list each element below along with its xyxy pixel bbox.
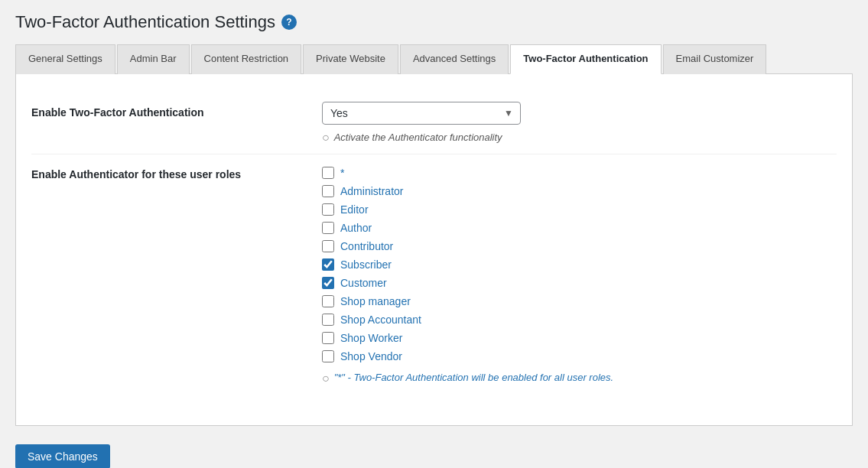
user-roles-row: Enable Authenticator for these user role… bbox=[31, 154, 837, 395]
checkbox-item-shop-worker[interactable]: Shop Worker bbox=[322, 332, 837, 344]
enable-2fa-hint: ○ Activate the Authenticator functionali… bbox=[322, 131, 837, 145]
user-roles-label: Enable Authenticator for these user role… bbox=[31, 164, 322, 180]
checkbox-shop-worker[interactable] bbox=[322, 332, 334, 344]
checkbox-shop-accountant[interactable] bbox=[322, 314, 334, 326]
checkbox-label-subscriber[interactable]: Subscriber bbox=[340, 258, 392, 271]
tab-content-restriction[interactable]: Content Restriction bbox=[191, 44, 302, 74]
checkbox-label-administrator[interactable]: Administrator bbox=[340, 185, 403, 197]
note-bullet: ○ bbox=[322, 372, 330, 385]
checkbox-administrator[interactable] bbox=[322, 185, 334, 197]
checkbox-label-shop-accountant[interactable]: Shop Accountant bbox=[340, 314, 421, 326]
checkbox-label-customer[interactable]: Customer bbox=[340, 277, 387, 289]
page-title: Two-Factor Authentication Settings ? bbox=[15, 12, 853, 32]
enable-2fa-row: Enable Two-Factor Authentication YesNo ▼… bbox=[31, 93, 837, 154]
checkbox-subscriber[interactable] bbox=[322, 258, 334, 271]
enable-2fa-select[interactable]: YesNo bbox=[322, 102, 521, 125]
save-button[interactable]: Save Changes bbox=[15, 444, 110, 468]
checkbox-list: *AdministratorEditorAuthorContributorSub… bbox=[322, 167, 837, 362]
checkbox-all[interactable] bbox=[322, 167, 334, 179]
checkbox-label-shop-vendor[interactable]: Shop Vendor bbox=[340, 350, 402, 362]
enable-2fa-select-wrapper: YesNo ▼ bbox=[322, 102, 521, 125]
user-roles-control: *AdministratorEditorAuthorContributorSub… bbox=[322, 164, 837, 385]
checkbox-item-shop-vendor[interactable]: Shop Vendor bbox=[322, 350, 837, 362]
enable-2fa-control: YesNo ▼ ○ Activate the Authenticator fun… bbox=[322, 102, 837, 145]
roles-note-text: "*" - Two-Factor Authentication will be … bbox=[334, 372, 613, 383]
content-area: Enable Two-Factor Authentication YesNo ▼… bbox=[15, 74, 853, 426]
tab-two-factor-authentication[interactable]: Two-Factor Authentication bbox=[510, 44, 661, 74]
checkbox-item-all[interactable]: * bbox=[322, 167, 837, 179]
checkbox-item-editor[interactable]: Editor bbox=[322, 203, 837, 216]
checkbox-item-administrator[interactable]: Administrator bbox=[322, 185, 837, 197]
footer-area: Save Changes bbox=[15, 432, 853, 468]
checkbox-editor[interactable] bbox=[322, 203, 334, 216]
checkbox-item-customer[interactable]: Customer bbox=[322, 277, 837, 289]
checkbox-item-subscriber[interactable]: Subscriber bbox=[322, 258, 837, 271]
tabs-nav: General SettingsAdmin BarContent Restric… bbox=[15, 44, 853, 74]
enable-2fa-label: Enable Two-Factor Authentication bbox=[31, 102, 322, 119]
checkbox-label-contributor[interactable]: Contributor bbox=[340, 240, 393, 252]
hint-bullet: ○ bbox=[322, 131, 330, 145]
checkbox-author[interactable] bbox=[322, 222, 334, 234]
tab-admin-bar[interactable]: Admin Bar bbox=[117, 44, 190, 74]
tab-general-settings[interactable]: General Settings bbox=[15, 44, 115, 74]
checkbox-label-author[interactable]: Author bbox=[340, 222, 372, 234]
checkbox-item-shop-manager[interactable]: Shop manager bbox=[322, 295, 837, 307]
hint-text-content: Activate the Authenticator functionality bbox=[334, 132, 502, 143]
tab-private-website[interactable]: Private Website bbox=[303, 44, 398, 74]
page-wrapper: Two-Factor Authentication Settings ? Gen… bbox=[0, 0, 868, 468]
checkbox-item-contributor[interactable]: Contributor bbox=[322, 240, 837, 252]
checkbox-label-editor[interactable]: Editor bbox=[340, 203, 369, 216]
tab-advanced-settings[interactable]: Advanced Settings bbox=[400, 44, 509, 74]
checkbox-label-all[interactable]: * bbox=[340, 167, 344, 179]
checkbox-item-author[interactable]: Author bbox=[322, 222, 837, 234]
roles-note: ○ "*" - Two-Factor Authentication will b… bbox=[322, 372, 837, 385]
checkbox-item-shop-accountant[interactable]: Shop Accountant bbox=[322, 314, 837, 326]
checkbox-label-shop-worker[interactable]: Shop Worker bbox=[340, 332, 402, 344]
page-title-text: Two-Factor Authentication Settings bbox=[15, 12, 275, 32]
checkbox-shop-manager[interactable] bbox=[322, 295, 334, 307]
checkbox-customer[interactable] bbox=[322, 277, 334, 289]
checkbox-contributor[interactable] bbox=[322, 240, 334, 252]
help-icon[interactable]: ? bbox=[281, 15, 297, 30]
tab-email-customizer[interactable]: Email Customizer bbox=[663, 44, 767, 74]
checkbox-label-shop-manager[interactable]: Shop manager bbox=[340, 295, 411, 307]
checkbox-shop-vendor[interactable] bbox=[322, 350, 334, 362]
